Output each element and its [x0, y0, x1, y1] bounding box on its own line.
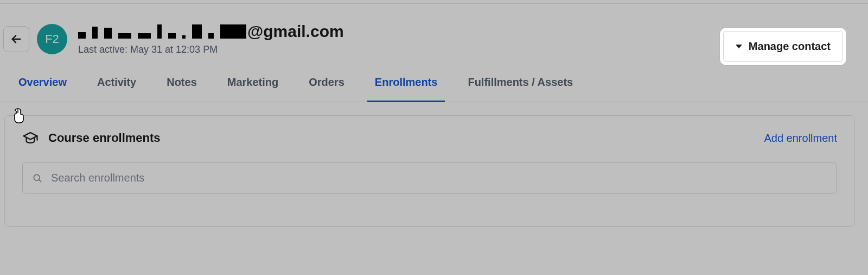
search-wrapper [22, 162, 837, 193]
tab-overview[interactable]: Overview [18, 68, 67, 102]
header: F2 @gmail.com Last active: M [0, 4, 868, 68]
tab-activity[interactable]: Activity [97, 68, 136, 102]
redacted-text [78, 24, 246, 39]
panel-title: Course enrollments [22, 130, 161, 146]
title-block: @gmail.com Last active: May 31 at 12:03 … [78, 22, 344, 55]
manage-contact-label: Manage contact [749, 40, 831, 53]
email-suffix: @gmail.com [247, 22, 344, 41]
back-button[interactable] [3, 26, 29, 52]
search-icon [32, 173, 43, 184]
enrollments-panel: Course enrollments Add enrollment [4, 115, 855, 227]
manage-contact-wrapper: Manage contact [723, 31, 843, 62]
graduation-cap-icon [22, 130, 39, 146]
tab-marketing[interactable]: Marketing [227, 68, 278, 102]
svg-line-2 [39, 179, 41, 182]
tab-notes[interactable]: Notes [167, 68, 197, 102]
manage-contact-button[interactable]: Manage contact [723, 31, 843, 62]
last-active: Last active: May 31 at 12:03 PM [78, 44, 344, 55]
contact-email: @gmail.com [78, 22, 344, 41]
panel-title-text: Course enrollments [48, 131, 161, 145]
search-input[interactable] [22, 162, 837, 193]
arrow-left-icon [10, 33, 22, 45]
tab-enrollments[interactable]: Enrollments [375, 68, 438, 102]
panel-header: Course enrollments Add enrollment [22, 130, 837, 146]
tab-bar: Overview Activity Notes Marketing Orders… [0, 68, 868, 102]
contact-page: F2 @gmail.com Last active: M [0, 0, 868, 275]
tab-orders[interactable]: Orders [309, 68, 344, 102]
tab-fulfillments[interactable]: Fulfillments / Assets [468, 68, 573, 102]
avatar: F2 [37, 24, 67, 54]
caret-down-icon [736, 45, 742, 48]
add-enrollment-link[interactable]: Add enrollment [764, 132, 837, 145]
